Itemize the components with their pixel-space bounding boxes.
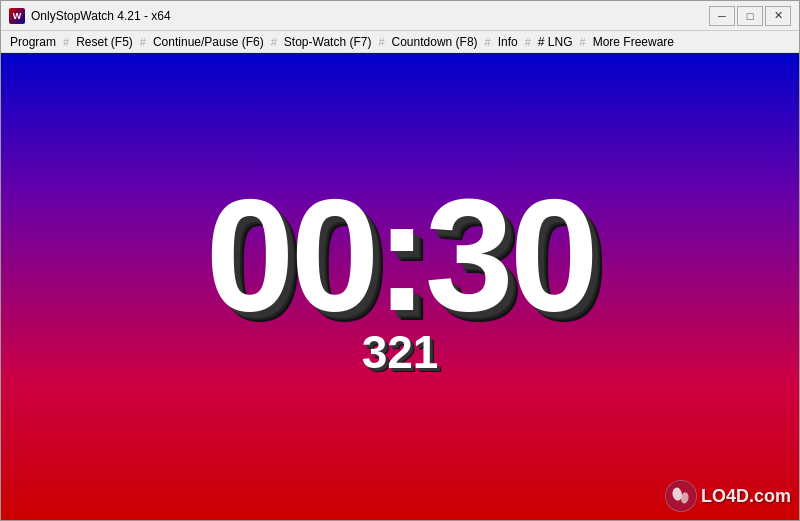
menu-sep-4: # bbox=[483, 36, 493, 48]
menu-reset[interactable]: Reset (F5) bbox=[71, 31, 138, 52]
menu-stopwatch[interactable]: Stop-Watch (F7) bbox=[279, 31, 377, 52]
main-content: 00:30 321 LO4D.com bbox=[1, 53, 799, 520]
menu-sep-3: # bbox=[376, 36, 386, 48]
app-icon: W bbox=[9, 8, 25, 24]
menu-continue-pause[interactable]: Continue/Pause (F6) bbox=[148, 31, 269, 52]
menu-sep-1: # bbox=[138, 36, 148, 48]
watermark-logo bbox=[665, 480, 697, 512]
menu-sep-0: # bbox=[61, 36, 71, 48]
menu-sep-6: # bbox=[578, 36, 588, 48]
title-bar: W OnlyStopWatch 4.21 - x64 ─ □ ✕ bbox=[1, 1, 799, 31]
menu-more-freeware[interactable]: More Freeware bbox=[588, 31, 679, 52]
window-title: OnlyStopWatch 4.21 - x64 bbox=[31, 9, 709, 23]
close-button[interactable]: ✕ bbox=[765, 6, 791, 26]
menu-program[interactable]: Program bbox=[5, 31, 61, 52]
maximize-button[interactable]: □ bbox=[737, 6, 763, 26]
watermark: LO4D.com bbox=[665, 480, 791, 512]
menu-bar: Program # Reset (F5) # Continue/Pause (F… bbox=[1, 31, 799, 53]
main-timer: 00:30 bbox=[205, 175, 594, 335]
minimize-button[interactable]: ─ bbox=[709, 6, 735, 26]
menu-info[interactable]: Info bbox=[493, 31, 523, 52]
menu-countdown[interactable]: Countdown (F8) bbox=[387, 31, 483, 52]
sub-timer: 321 bbox=[362, 325, 439, 379]
menu-sep-5: # bbox=[523, 36, 533, 48]
window-controls: ─ □ ✕ bbox=[709, 6, 791, 26]
menu-sep-2: # bbox=[269, 36, 279, 48]
menu-lng[interactable]: # LNG bbox=[533, 31, 578, 52]
watermark-text: LO4D.com bbox=[701, 486, 791, 507]
app-window: W OnlyStopWatch 4.21 - x64 ─ □ ✕ Program… bbox=[0, 0, 800, 521]
